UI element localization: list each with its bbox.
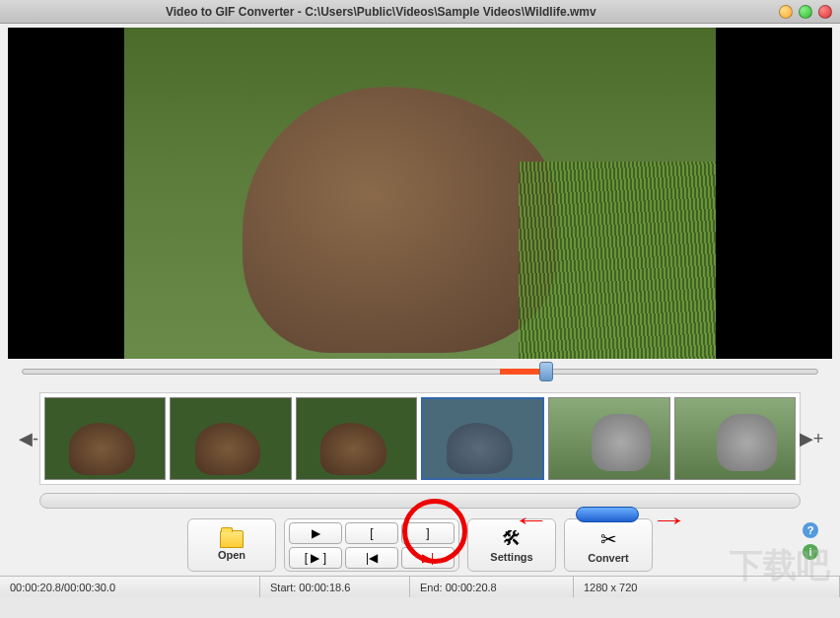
scissors-icon: ✂ [600, 527, 617, 551]
open-group: Open [187, 518, 276, 572]
main-area: ◀- ▶+ ← → Open ▶ [0, 24, 840, 576]
thumbnail[interactable] [296, 397, 417, 480]
bracket-close-icon: ] [426, 526, 429, 540]
open-button[interactable]: Open [192, 530, 271, 561]
thumbnail[interactable] [674, 397, 796, 480]
go-start-button[interactable]: |◀ [345, 547, 398, 569]
filmstrip: ◀- ▶+ [8, 386, 832, 491]
thumbnail[interactable] [548, 397, 669, 480]
minimize-button[interactable] [779, 5, 793, 19]
filmstrip-scrollbar[interactable] [39, 493, 801, 509]
seek-slider[interactable] [22, 369, 818, 375]
settings-group: 🛠 Settings [467, 518, 556, 572]
play-icon: ▶ [312, 526, 320, 540]
thumbnail-image [320, 423, 386, 475]
statusbar: 00:00:20.8/00:00:30.0 Start: 00:00:18.6 … [0, 576, 840, 597]
help-icon: ? [807, 524, 814, 536]
help-button[interactable]: ? [803, 522, 818, 538]
convert-group: ✂ Convert [564, 518, 653, 572]
folder-icon [220, 530, 244, 548]
titlebar: Video to GIF Converter - C:\Users\Public… [0, 0, 840, 24]
tools-icon: 🛠 [502, 527, 522, 550]
thumbnail-image [717, 414, 777, 470]
filmstrip-next-button[interactable]: ▶+ [805, 394, 818, 483]
mark-in-button[interactable]: [ [345, 522, 398, 544]
mark-out-button[interactable]: ] [401, 522, 455, 544]
thumbnail-image [447, 423, 513, 474]
play-range-icon: [ ▶ ] [305, 551, 326, 565]
minus-icon: - [33, 429, 38, 449]
toolbar: Open ▶ [ ] [ ▶ ] |◀ ▶| 🛠 Settings ✂ Conv… [8, 515, 832, 576]
thumbnail-image [69, 423, 135, 475]
filmstrip-prev-button[interactable]: ◀- [22, 394, 35, 483]
preview-frame [124, 28, 716, 359]
settings-button[interactable]: 🛠 Settings [472, 527, 551, 563]
go-end-button[interactable]: ▶| [401, 547, 455, 569]
thumbnail-selected[interactable] [421, 397, 544, 480]
preview-image-content [243, 87, 558, 353]
thumbnail[interactable] [44, 397, 166, 480]
close-button[interactable] [818, 5, 832, 19]
chevron-left-icon: ◀ [19, 428, 33, 449]
settings-label: Settings [490, 551, 532, 563]
status-time: 00:00:20.8/00:00:30.0 [0, 577, 260, 597]
chevron-right-icon: ▶ [800, 428, 813, 449]
play-range-button[interactable]: [ ▶ ] [289, 547, 342, 569]
filmstrip-frames [39, 392, 801, 485]
open-label: Open [218, 549, 245, 561]
convert-button[interactable]: ✂ Convert [569, 527, 648, 564]
video-preview[interactable] [8, 28, 832, 359]
annotation-pill [576, 507, 639, 522]
status-end: End: 00:00:20.8 [410, 577, 574, 597]
bracket-open-icon: [ [370, 526, 373, 540]
status-resolution: 1280 x 720 [574, 577, 840, 597]
thumbnail-image [592, 414, 652, 470]
preview-image-content [519, 162, 716, 359]
thumbnail-image [195, 423, 261, 475]
seek-thumb[interactable] [539, 362, 553, 381]
status-start: Start: 00:00:18.6 [260, 577, 410, 597]
maximize-button[interactable] [799, 5, 812, 19]
info-icon: i [808, 546, 811, 558]
seek-slider-row [8, 359, 832, 386]
selection-range [500, 369, 539, 375]
go-start-icon: |◀ [366, 551, 378, 565]
about-button[interactable]: i [803, 544, 818, 560]
thumbnail[interactable] [170, 397, 291, 480]
plus-icon: + [813, 429, 824, 449]
window-title: Video to GIF Converter - C:\Users\Public… [8, 5, 596, 19]
convert-label: Convert [588, 552, 629, 564]
play-button[interactable]: ▶ [289, 522, 342, 544]
window-controls [779, 5, 832, 19]
go-end-icon: ▶| [422, 551, 434, 565]
playback-group: ▶ [ ] [ ▶ ] |◀ ▶| [284, 518, 459, 572]
